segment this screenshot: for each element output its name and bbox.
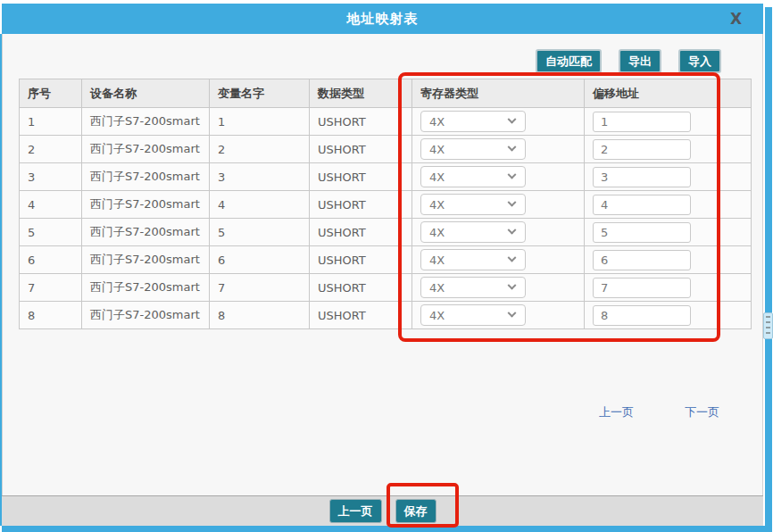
cell-offset [585, 302, 752, 329]
chevron-down-icon [508, 170, 517, 179]
cell-device: 西门子S7-200smart [82, 191, 210, 219]
register-type-value: 4X [429, 115, 445, 129]
cell-variable: 3 [210, 163, 310, 191]
register-type-select[interactable]: 4X [420, 221, 526, 243]
chevron-down-icon [508, 197, 517, 206]
cell-offset [585, 219, 752, 246]
cell-offset [585, 108, 752, 136]
table-row: 6 西门子S7-200smart 6 USHORT 4X [20, 246, 752, 274]
cell-device: 西门子S7-200smart [82, 302, 210, 329]
offset-address-input[interactable] [593, 139, 691, 160]
import-button[interactable]: 导入 [678, 49, 721, 73]
cell-no: 8 [20, 302, 82, 329]
cell-no: 4 [20, 191, 82, 219]
save-button[interactable]: 保存 [395, 499, 436, 523]
cell-offset [585, 246, 752, 274]
cell-datatype: USHORT [310, 246, 412, 274]
cell-register: 4X [412, 163, 585, 191]
table-row: 1 西门子S7-200smart 1 USHORT 4X [20, 108, 752, 136]
cell-register: 4X [412, 274, 585, 302]
close-icon[interactable]: X [730, 10, 742, 28]
register-type-select[interactable]: 4X [420, 277, 526, 298]
offset-address-input[interactable] [593, 278, 691, 298]
dialog-body: 自动匹配 导出 导入 序号 设备名称 变量名字 数据类型 寄存器类型 偏移地址 … [2, 34, 763, 495]
grip-lines-icon [766, 316, 770, 336]
table-header-row: 序号 设备名称 变量名字 数据类型 寄存器类型 偏移地址 [20, 79, 752, 108]
cell-no: 7 [20, 274, 82, 302]
table-row: 8 西门子S7-200smart 8 USHORT 4X [20, 302, 752, 329]
offset-address-input[interactable] [593, 305, 691, 326]
cell-device: 西门子S7-200smart [82, 274, 210, 302]
table-row: 7 西门子S7-200smart 7 USHORT 4X [20, 274, 752, 302]
page-title: 地址映射表 [347, 11, 419, 28]
register-type-value: 4X [429, 281, 445, 295]
offset-address-input[interactable] [593, 250, 691, 270]
table-row: 3 西门子S7-200smart 3 USHORT 4X [20, 163, 752, 191]
cell-offset [585, 191, 752, 219]
cell-variable: 6 [210, 246, 310, 274]
cell-datatype: USHORT [310, 219, 412, 246]
chevron-down-icon [508, 114, 517, 123]
cell-variable: 8 [210, 302, 310, 329]
register-type-value: 4X [429, 226, 445, 239]
cell-device: 西门子S7-200smart [82, 108, 210, 136]
cell-no: 3 [20, 163, 82, 191]
cell-register: 4X [412, 191, 585, 219]
cell-register: 4X [412, 108, 585, 136]
export-button[interactable]: 导出 [619, 49, 661, 73]
offset-address-input[interactable] [593, 195, 691, 215]
cell-datatype: USHORT [310, 191, 412, 219]
table-row: 4 西门子S7-200smart 4 USHORT 4X [20, 191, 752, 219]
register-type-select[interactable]: 4X [420, 249, 526, 270]
cell-no: 6 [20, 246, 82, 274]
register-type-select[interactable]: 4X [420, 138, 526, 160]
cell-variable: 5 [210, 219, 310, 246]
address-mapping-table: 序号 设备名称 变量名字 数据类型 寄存器类型 偏移地址 1 西门子S7-200… [19, 79, 752, 329]
cell-offset [585, 274, 752, 302]
cell-datatype: USHORT [310, 302, 412, 329]
offset-address-input[interactable] [593, 112, 691, 132]
register-type-value: 4X [429, 170, 445, 184]
register-type-select[interactable]: 4X [420, 111, 526, 132]
cell-device: 西门子S7-200smart [82, 246, 210, 274]
offset-address-input[interactable] [593, 222, 691, 243]
cell-no: 1 [20, 108, 82, 136]
header-no: 序号 [20, 79, 82, 108]
register-type-select[interactable]: 4X [420, 194, 526, 215]
chevron-down-icon [508, 253, 517, 262]
scrollbar-handle[interactable] [763, 312, 773, 339]
toolbar: 自动匹配 导出 导入 [536, 49, 721, 73]
cell-device: 西门子S7-200smart [82, 219, 210, 246]
cell-datatype: USHORT [310, 108, 412, 136]
pagination-prev-link[interactable]: 上一页 [599, 404, 634, 420]
table-row: 5 西门子S7-200smart 5 USHORT 4X [20, 219, 752, 246]
table-row: 2 西门子S7-200smart 2 USHORT 4X [20, 136, 752, 163]
cell-register: 4X [412, 302, 585, 329]
register-type-select[interactable]: 4X [420, 166, 526, 187]
chevron-down-icon [508, 225, 517, 234]
auto-match-button[interactable]: 自动匹配 [536, 49, 602, 73]
register-type-value: 4X [429, 309, 445, 322]
header-register-type: 寄存器类型 [412, 79, 585, 108]
cell-datatype: USHORT [310, 163, 412, 191]
register-type-value: 4X [429, 143, 445, 156]
cell-datatype: USHORT [310, 136, 412, 163]
pagination-next-link[interactable]: 下一页 [685, 404, 719, 420]
cell-device: 西门子S7-200smart [82, 136, 210, 163]
register-type-value: 4X [429, 254, 445, 267]
prev-page-button[interactable]: 上一页 [329, 499, 382, 523]
cell-register: 4X [412, 136, 585, 163]
cell-datatype: USHORT [310, 274, 412, 302]
cell-variable: 1 [210, 108, 310, 136]
header-offset: 偏移地址 [585, 79, 752, 108]
page-right-strip [765, 7, 772, 532]
dialog-footer: 上一页 保存 [2, 495, 763, 526]
chevron-down-icon [508, 308, 517, 317]
cell-variable: 7 [210, 274, 310, 302]
offset-address-input[interactable] [593, 167, 691, 187]
register-type-select[interactable]: 4X [420, 304, 526, 326]
chevron-down-icon [508, 142, 517, 151]
cell-offset [585, 163, 752, 191]
cell-register: 4X [412, 246, 585, 274]
header-device: 设备名称 [82, 79, 210, 108]
